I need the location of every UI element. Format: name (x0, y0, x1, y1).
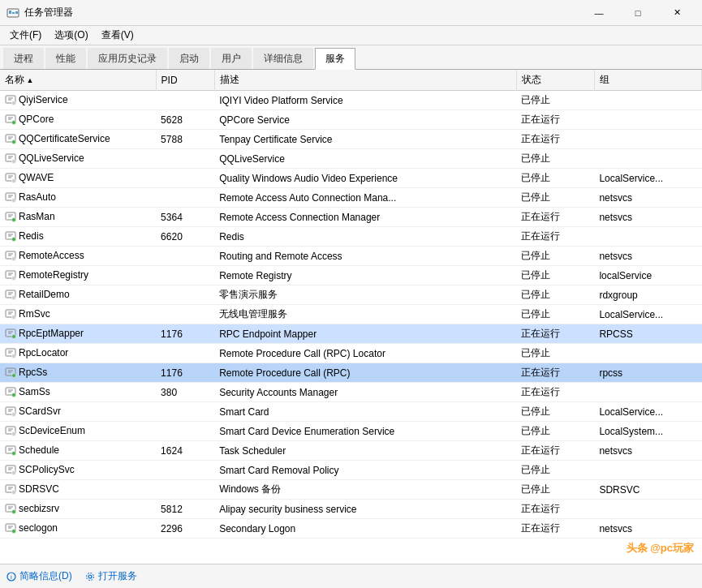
tab-processes[interactable]: 进程 (3, 48, 44, 69)
table-row[interactable]: RpcSs1176Remote Procedure Call (RPC)正在运行… (0, 363, 702, 383)
table-row[interactable]: SCPolicySvcSmart Card Removal Policy已停止 (0, 461, 702, 480)
service-icon (5, 172, 16, 183)
service-pid-cell: 1624 (156, 441, 214, 461)
table-row[interactable]: seclogon2296Secondary Logon正在运行netsvcs (0, 519, 702, 539)
table-row[interactable]: RemoteRegistryRemote Registry已停止localSer… (0, 266, 702, 285)
table-row[interactable]: SCardSvrSmart Card已停止LocalService... (0, 402, 702, 422)
table-row[interactable]: QQLiveServiceQQLiveService已停止 (0, 149, 702, 169)
svg-point-75 (12, 431, 16, 436)
service-status-cell: 正在运行 (516, 208, 594, 227)
svg-point-47 (12, 295, 16, 299)
table-row[interactable]: QPCore5628QPCore Service正在运行 (0, 110, 702, 130)
service-group-cell: netsvcs (594, 247, 701, 266)
service-status-cell: 已停止 (516, 247, 594, 266)
svg-point-98 (88, 575, 92, 578)
brief-info-button[interactable]: i 简略信息(D) (6, 569, 72, 583)
tab-startup[interactable]: 启动 (169, 48, 209, 69)
table-row[interactable]: SDRSVCWindows 备份已停止SDRSVC (0, 480, 702, 500)
open-services-button[interactable]: 打开服务 (85, 569, 137, 583)
table-row[interactable]: RasAutoRemote Access Auto Connection Man… (0, 188, 702, 208)
close-button[interactable]: ✕ (658, 5, 696, 21)
table-row[interactable]: RemoteAccessRouting and Remote Access已停止… (0, 247, 702, 266)
service-group-cell (594, 383, 701, 402)
svg-point-19 (12, 159, 16, 163)
service-name-text: RemoteAccess (19, 250, 84, 261)
service-desc-cell: Windows 备份 (214, 480, 516, 500)
title-bar: 任务管理器 — □ ✕ (0, 0, 702, 26)
service-status-cell: 正在运行 (516, 441, 594, 461)
service-desc-cell: 零售演示服务 (214, 285, 516, 305)
table-row[interactable]: RpcLocatorRemote Procedure Call (RPC) Lo… (0, 344, 702, 363)
maximize-button[interactable]: □ (619, 5, 657, 21)
svg-point-55 (12, 334, 16, 338)
service-desc-cell: Smart Card Device Enumeration Service (214, 422, 516, 441)
service-icon (5, 230, 16, 242)
service-icon (5, 464, 16, 475)
tab-users[interactable]: 用户 (211, 48, 252, 69)
col-header-group[interactable]: 组 (594, 70, 701, 91)
service-name-text: ScDeviceEnum (19, 425, 85, 436)
table-row[interactable]: SamSs380Security Accounts Manager正在运行 (0, 383, 702, 402)
service-icon (5, 386, 16, 397)
table-row[interactable]: RasMan5364Remote Access Connection Manag… (0, 208, 702, 227)
table-row[interactable]: QiyiServiceIQIYI Video Platform Service已… (0, 91, 702, 110)
service-desc-cell: Smart Card (214, 402, 516, 422)
service-name-cell: seclogon (0, 519, 156, 539)
service-status-cell: 正在运行 (516, 324, 594, 344)
service-pid-cell: 5628 (156, 110, 214, 130)
svg-point-95 (12, 529, 16, 533)
service-name-cell: QiyiService (0, 91, 156, 110)
service-name-text: secbizsrv (19, 503, 59, 514)
tab-app-history[interactable]: 应用历史记录 (88, 48, 167, 69)
svg-point-87 (12, 490, 16, 494)
service-name-cell: SamSs (0, 383, 156, 402)
col-header-status[interactable]: 状态 (516, 70, 594, 91)
table-row[interactable]: ScDeviceEnumSmart Card Device Enumeratio… (0, 422, 702, 441)
col-header-desc[interactable]: 描述 (214, 70, 516, 91)
svg-point-7 (12, 101, 16, 105)
svg-point-27 (12, 198, 16, 202)
table-row[interactable]: secbizsrv5812Alipay security business se… (0, 500, 702, 519)
service-group-cell (594, 461, 701, 480)
table-row[interactable]: RpcEptMapper1176RPC Endpoint Mapper正在运行R… (0, 324, 702, 344)
service-icon (5, 406, 16, 417)
services-table-container[interactable]: 名称 PID 描述 状态 组 QiyiServiceIQIYI Video Pl… (0, 70, 702, 564)
service-group-cell (594, 149, 701, 169)
service-desc-cell: QPCore Service (214, 110, 516, 130)
menu-file[interactable]: 文件(F) (3, 27, 48, 44)
tab-services[interactable]: 服务 (315, 48, 355, 70)
tab-performance[interactable]: 性能 (45, 48, 86, 69)
table-row[interactable]: QQCertificateService5788Tenpay Certifica… (0, 130, 702, 149)
service-pid-cell (156, 422, 214, 441)
service-desc-cell: Smart Card Removal Policy (214, 461, 516, 480)
service-pid-cell: 5812 (156, 500, 214, 519)
service-pid-cell (156, 480, 214, 500)
table-row[interactable]: QWAVEQuality Windows Audio Video Experie… (0, 169, 702, 188)
service-name-text: RemoteRegistry (19, 269, 88, 281)
service-desc-cell: Alipay security business service (214, 500, 516, 519)
menu-options[interactable]: 选项(O) (48, 27, 94, 44)
service-pid-cell: 1176 (156, 324, 214, 344)
table-row[interactable]: RetailDemo零售演示服务已停止rdxgroup (0, 285, 702, 305)
svg-point-31 (12, 217, 16, 221)
gear-icon (85, 572, 95, 582)
service-name-text: RasMan (19, 211, 55, 222)
svg-rect-2 (12, 12, 15, 14)
service-group-cell: SDRSVC (594, 480, 701, 500)
table-row[interactable]: Schedule1624Task Scheduler正在运行netsvcs (0, 441, 702, 461)
service-group-cell: netsvcs (594, 208, 701, 227)
service-pid-cell (156, 285, 214, 305)
menu-view[interactable]: 查看(V) (95, 27, 140, 44)
service-name-text: QQLiveService (19, 152, 84, 164)
tab-details[interactable]: 详细信息 (253, 48, 313, 69)
table-row[interactable]: Redis6620Redis正在运行 (0, 227, 702, 247)
col-header-pid[interactable]: PID (156, 70, 214, 91)
col-header-name[interactable]: 名称 (0, 70, 156, 91)
service-name-text: RpcLocator (19, 347, 68, 358)
service-group-cell: LocalService... (594, 305, 701, 324)
service-group-cell (594, 91, 701, 110)
service-name-text: QQCertificateService (19, 133, 110, 144)
table-row[interactable]: RmSvc无线电管理服务已停止LocalService... (0, 305, 702, 324)
service-pid-cell: 6620 (156, 227, 214, 247)
minimize-button[interactable]: — (580, 5, 618, 21)
